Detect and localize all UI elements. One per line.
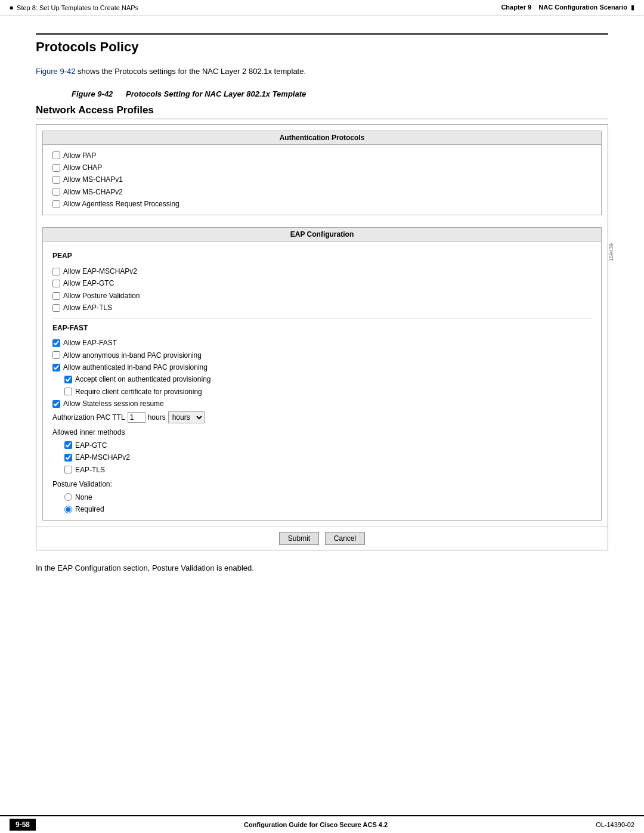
checkbox-stateless-resume: Allow Stateless session resume bbox=[52, 398, 592, 410]
checkbox-inner-eap-tls: EAP-TLS bbox=[64, 464, 592, 476]
footer-center-text: Configuration Guide for Cisco Secure ACS… bbox=[244, 821, 388, 828]
checkbox-eap-tls: Allow EAP-TLS bbox=[52, 302, 592, 314]
step-label: Step 8: Set Up Templates to Create NAPs bbox=[10, 4, 138, 11]
ttl-value-input[interactable] bbox=[128, 412, 145, 423]
label-allow-eap-fast: Allow EAP-FAST bbox=[63, 337, 117, 349]
main-content: Protocols Policy Figure 9-42 shows the P… bbox=[0, 16, 644, 610]
step-label-text: Step 8: Set Up Templates to Create NAPs bbox=[17, 4, 138, 11]
checkbox-posture-validation: Allow Posture Validation bbox=[52, 290, 592, 302]
label-auth-inband-pac: Allow authenticated in-band PAC provisio… bbox=[63, 361, 208, 373]
checkbox-eap-gtc: Allow EAP-GTC bbox=[52, 277, 592, 289]
checkbox-eap-mschapv2: Allow EAP-MSCHAPv2 bbox=[52, 265, 592, 277]
label-posture-none: None bbox=[75, 491, 92, 503]
cb-inner-eap-mschapv2[interactable] bbox=[64, 454, 72, 462]
inner-methods-text: Allowed inner methods bbox=[52, 428, 125, 436]
checkbox-pap[interactable] bbox=[52, 151, 60, 159]
checkbox-inner-eap-mschapv2: EAP-MSCHAPv2 bbox=[64, 451, 592, 463]
eap-config-body: PEAP Allow EAP-MSCHAPv2 Allow EAP-GTC Al… bbox=[43, 241, 601, 520]
cb-require-cert[interactable] bbox=[64, 388, 72, 395]
ui-panel: Authentication Protocols Allow PAP Allow… bbox=[36, 124, 608, 551]
conclusion-paragraph: In the EAP Configuration section, Postur… bbox=[36, 562, 608, 574]
posture-label-text: Posture Validation: bbox=[52, 480, 112, 488]
label-eap-tls: Allow EAP-TLS bbox=[63, 302, 112, 314]
auth-protocols-section: Authentication Protocols Allow PAP Allow… bbox=[42, 131, 602, 216]
checkbox-chap[interactable] bbox=[52, 164, 60, 172]
cb-inner-eap-gtc[interactable] bbox=[64, 441, 72, 449]
checkbox-allow-mschapv1: Allow MS-CHAPv1 bbox=[52, 174, 592, 185]
ttl-unit-select[interactable]: hours days weeks bbox=[168, 411, 205, 423]
cb-eap-gtc[interactable] bbox=[52, 280, 60, 287]
posture-validation-label: Posture Validation: bbox=[52, 478, 592, 491]
ttl-row: Authorization PAC TTL hours hours days w… bbox=[52, 411, 592, 425]
cb-eap-tls[interactable] bbox=[52, 304, 60, 312]
peap-heading: PEAP bbox=[52, 250, 592, 263]
checkbox-anon-inband-pac: Allow anonymous in-band PAC provisioning bbox=[52, 349, 592, 361]
label-eap-gtc: Allow EAP-GTC bbox=[63, 277, 114, 289]
label-inner-eap-mschapv2: EAP-MSCHAPv2 bbox=[75, 451, 130, 463]
inner-methods-label: Allowed inner methods bbox=[52, 426, 592, 439]
label-allow-chap: Allow CHAP bbox=[63, 162, 102, 174]
figure-label: Figure 9-42 bbox=[72, 89, 113, 98]
cb-stateless-resume[interactable] bbox=[52, 400, 60, 408]
figure-link[interactable]: Figure 9-42 bbox=[36, 67, 75, 76]
label-posture-validation: Allow Posture Validation bbox=[63, 290, 140, 302]
radio-required[interactable] bbox=[64, 506, 72, 513]
label-allow-pap: Allow PAP bbox=[63, 150, 96, 162]
checkbox-allow-agentless: Allow Agentless Request Processing bbox=[52, 198, 592, 210]
chapter-title: Chapter 9 NAC Configuration Scenario ▮ bbox=[501, 4, 634, 11]
figure-container: Authentication Protocols Allow PAP Allow… bbox=[36, 124, 608, 551]
eap-config-section: EAP Configuration PEAP Allow EAP-MSCHAPv… bbox=[42, 227, 602, 521]
checkbox-mschapv1[interactable] bbox=[52, 176, 60, 184]
page-footer: 9-58 Configuration Guide for Cisco Secur… bbox=[0, 815, 644, 833]
cb-allow-eap-fast[interactable] bbox=[52, 339, 60, 347]
label-allow-mschapv2: Allow MS-CHAPv2 bbox=[63, 186, 123, 198]
label-stateless-resume: Allow Stateless session resume bbox=[63, 398, 164, 410]
page-header: Step 8: Set Up Templates to Create NAPs … bbox=[0, 0, 644, 16]
checkbox-auth-inband-pac: Allow authenticated in-band PAC provisio… bbox=[52, 361, 592, 373]
label-inner-eap-gtc: EAP-GTC bbox=[75, 439, 107, 451]
checkbox-inner-eap-gtc: EAP-GTC bbox=[64, 439, 592, 451]
cb-posture-validation[interactable] bbox=[52, 292, 60, 300]
auth-protocols-body: Allow PAP Allow CHAP Allow MS-CHAPv1 All… bbox=[43, 145, 601, 215]
cb-inner-eap-tls[interactable] bbox=[64, 466, 72, 473]
button-row: Submit Cancel bbox=[36, 527, 608, 550]
page-number: 9-58 bbox=[10, 819, 36, 831]
checkbox-allow-pap: Allow PAP bbox=[52, 150, 592, 162]
checkbox-allow-eap-fast: Allow EAP-FAST bbox=[52, 337, 592, 349]
submit-button[interactable]: Submit bbox=[279, 532, 319, 545]
cancel-button[interactable]: Cancel bbox=[325, 532, 365, 545]
checkbox-require-cert: Require client certificate for provision… bbox=[64, 386, 592, 398]
chapter-title-text: NAC Configuration Scenario bbox=[538, 4, 627, 11]
figure-watermark: 159439 bbox=[608, 243, 614, 261]
label-inner-eap-tls: EAP-TLS bbox=[75, 464, 105, 476]
cb-anon-inband-pac[interactable] bbox=[52, 351, 60, 359]
chapter-number: Chapter 9 bbox=[501, 4, 531, 11]
radio-posture-required: Required bbox=[64, 503, 592, 515]
eap-fast-heading: EAP-FAST bbox=[52, 322, 592, 335]
ttl-unit-label: hours bbox=[148, 411, 166, 425]
radio-none[interactable] bbox=[64, 493, 72, 501]
eap-config-header: EAP Configuration bbox=[43, 228, 601, 241]
checkbox-allow-chap: Allow CHAP bbox=[52, 162, 592, 174]
cb-accept-client[interactable] bbox=[64, 376, 72, 383]
cb-eap-mschapv2[interactable] bbox=[52, 268, 60, 275]
label-anon-inband-pac: Allow anonymous in-band PAC provisioning bbox=[63, 349, 202, 361]
label-posture-required: Required bbox=[75, 503, 104, 515]
page-title: Protocols Policy bbox=[36, 33, 608, 55]
label-allow-mschapv1: Allow MS-CHAPv1 bbox=[63, 174, 123, 185]
label-eap-mschapv2: Allow EAP-MSCHAPv2 bbox=[63, 265, 137, 277]
cb-auth-inband-pac[interactable] bbox=[52, 364, 60, 371]
ttl-label: Authorization PAC TTL bbox=[52, 411, 125, 425]
intro-text: shows the Protocols settings for the NAC… bbox=[75, 67, 306, 76]
divider bbox=[52, 318, 592, 318]
checkbox-allow-mschapv2: Allow MS-CHAPv2 bbox=[52, 186, 592, 198]
figure-caption: Figure 9-42 Protocols Setting for NAC La… bbox=[36, 89, 608, 98]
figure-title: Protocols Setting for NAC Layer 802.1x T… bbox=[126, 89, 306, 98]
checkbox-agentless[interactable] bbox=[52, 200, 60, 208]
footer-right-text: OL-14390-02 bbox=[596, 821, 634, 828]
label-accept-client: Accept client on authenticated provision… bbox=[75, 373, 210, 385]
checkbox-accept-client: Accept client on authenticated provision… bbox=[64, 373, 592, 385]
intro-paragraph: Figure 9-42 shows the Protocols settings… bbox=[36, 66, 608, 78]
checkbox-mschapv2[interactable] bbox=[52, 188, 60, 196]
radio-posture-none: None bbox=[64, 491, 592, 503]
